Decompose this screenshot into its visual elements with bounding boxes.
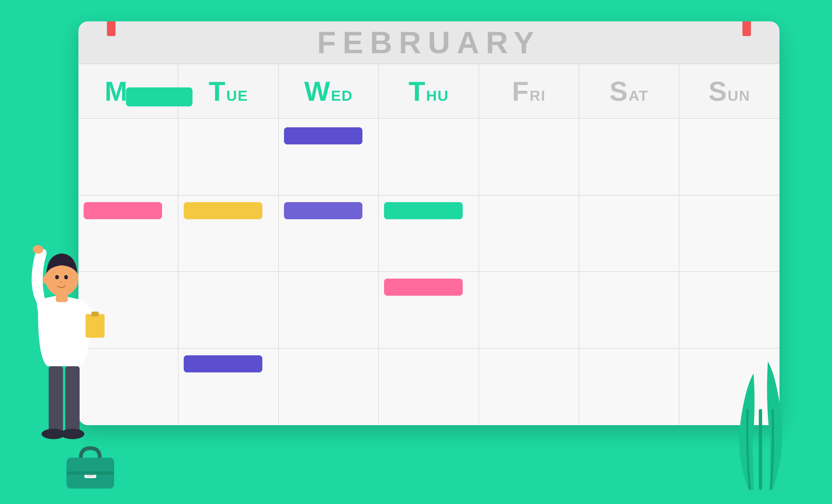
grid-cell-tue-r3 <box>179 272 279 349</box>
grid-cell-sun-r2 <box>679 195 779 272</box>
svg-rect-16 <box>67 472 114 475</box>
svg-rect-5 <box>92 312 99 316</box>
grid-cell-wed-r3 <box>279 272 379 349</box>
leaves-decoration <box>706 338 820 495</box>
grid-cell-sat-r4 <box>579 349 679 425</box>
floating-green-bar <box>126 87 192 106</box>
event-tue-r4-purple <box>184 355 262 372</box>
grid-cell-thu-r2 <box>379 195 479 272</box>
svg-point-12 <box>33 245 43 254</box>
day-header-tue: TUE <box>179 64 279 118</box>
grid-cell-fri-r3 <box>479 272 579 349</box>
event-wed-r1-purple <box>284 127 362 144</box>
event-wed-r2-purple <box>284 202 362 219</box>
grid-cell-sat-r3 <box>579 272 679 349</box>
svg-rect-17 <box>759 409 762 490</box>
svg-rect-1 <box>66 366 80 433</box>
grid-cell-fri-r1 <box>479 119 579 195</box>
svg-point-10 <box>60 281 62 283</box>
svg-rect-4 <box>85 314 105 338</box>
svg-point-11 <box>43 275 49 284</box>
day-header-thu: THU <box>379 64 479 118</box>
svg-point-9 <box>64 275 68 279</box>
svg-point-3 <box>60 429 84 439</box>
event-thu-r2-green <box>384 202 463 219</box>
briefcase-illustration <box>64 444 116 491</box>
calendar-header: FEBRUARY <box>78 21 779 64</box>
grid-cell-wed-r2 <box>279 195 379 272</box>
grid-cell-sun-r1 <box>679 119 779 195</box>
grid-cell-thu-r3 <box>379 272 479 349</box>
grid-cell-mon-r1 <box>78 119 179 195</box>
day-header-sat: SAT <box>579 64 679 118</box>
pin-left <box>107 21 115 36</box>
grid-cell-thu-r4 <box>379 349 479 425</box>
day-header-sun: SUN <box>679 64 779 118</box>
grid-cell-wed-r1 <box>279 119 379 195</box>
grid-cell-fri-r2 <box>479 195 579 272</box>
pin-right <box>743 21 751 36</box>
grid-cell-tue-r1 <box>179 119 279 195</box>
event-tue-r2-yellow <box>184 202 262 219</box>
calendar-board: FEBRUARY MON TUE WED THU <box>78 21 779 425</box>
svg-rect-0 <box>49 366 63 433</box>
grid-cell-sat-r1 <box>579 119 679 195</box>
grid-cell-tue-r2 <box>179 195 279 272</box>
calendar-title: FEBRUARY <box>317 25 541 60</box>
svg-point-8 <box>55 275 59 279</box>
grid-cell-fri-r4 <box>479 349 579 425</box>
day-header-wed: WED <box>279 64 379 118</box>
grid-cell-wed-r4 <box>279 349 379 425</box>
grid-cell-sat-r2 <box>579 195 679 272</box>
day-header-fri: FRI <box>479 64 579 118</box>
grid-cell-sun-r3 <box>679 272 779 349</box>
grid-cell-tue-r4 <box>179 349 279 425</box>
calendar-grid <box>78 119 779 425</box>
grid-cell-thu-r1 <box>379 119 479 195</box>
event-thu-r3-pink <box>384 278 463 296</box>
